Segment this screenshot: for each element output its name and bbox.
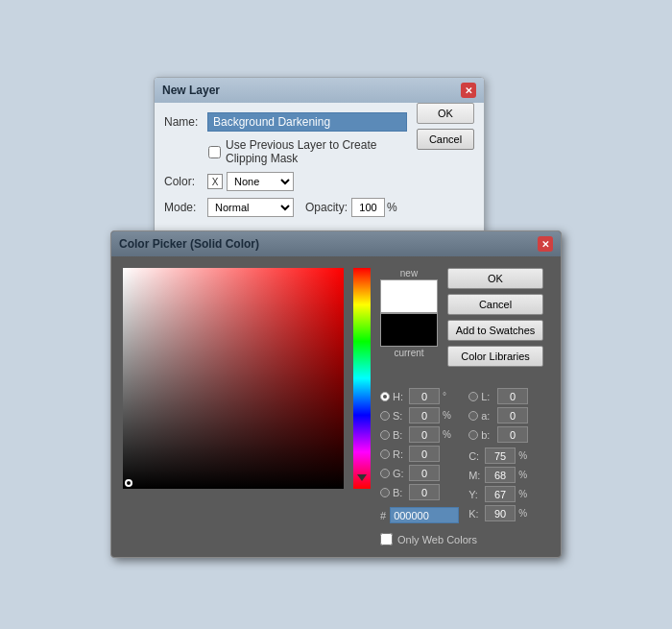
opacity-input[interactable]	[351, 198, 385, 217]
field-label-G: G:	[393, 468, 406, 479]
hex-hash: #	[380, 510, 386, 521]
color-libraries-button[interactable]: Color Libraries	[447, 346, 543, 367]
color-picker-title: Color Picker (Solid Color)	[119, 237, 259, 251]
mode-dropdown[interactable]: Normal	[207, 198, 294, 217]
field-label-S: S:	[393, 410, 406, 422]
field-input-R[interactable]	[409, 446, 440, 462]
new-layer-ok-button[interactable]: OK	[417, 103, 474, 124]
field-unit-S: %	[443, 410, 454, 421]
field-input-H[interactable]	[409, 388, 440, 404]
cp-fields-right: L: a: b:	[468, 388, 528, 523]
radio-L[interactable]	[468, 392, 478, 401]
field-input-L[interactable]	[497, 388, 528, 404]
hue-arrow	[357, 474, 367, 481]
color-row: Color: X None	[164, 172, 407, 191]
color-picker-dialog: Color Picker (Solid Color) ✕ new	[110, 230, 562, 558]
cmyk-input-Y[interactable]	[485, 486, 516, 502]
cmyk-label-Y: Y:	[468, 489, 482, 500]
radio-B[interactable]	[380, 430, 390, 440]
cmyk-unit-C: %	[518, 450, 527, 461]
mode-row: Mode: Normal Opacity: %	[164, 198, 407, 217]
name-input[interactable]	[207, 112, 407, 132]
mode-label: Mode:	[164, 201, 207, 214]
field-row-H: H: °	[380, 388, 459, 404]
radio-a[interactable]	[468, 411, 478, 421]
radio-R[interactable]	[380, 449, 390, 459]
color-label: Color:	[164, 175, 207, 188]
only-web-colors-row: Only Web Colors	[380, 533, 549, 545]
cmyk-unit-Y: %	[518, 489, 527, 499]
field-row-L: L:	[468, 388, 528, 404]
field-label-b: b:	[481, 429, 494, 441]
color-picker-close-button[interactable]: ✕	[538, 236, 553, 252]
color-dropdown[interactable]: None	[227, 172, 294, 191]
cmyk-label-M: M:	[468, 470, 482, 481]
field-input-Blue[interactable]	[409, 484, 440, 500]
new-layer-dialog: New Layer ✕ Name: Use Previous Layer to …	[154, 77, 485, 234]
field-row-G: G:	[380, 465, 459, 481]
field-row-R: R:	[380, 446, 459, 462]
new-layer-cancel-button[interactable]: Cancel	[417, 129, 474, 150]
preview-current-label: current	[394, 348, 423, 358]
clipping-mask-label: Use Previous Layer to Create Clipping Ma…	[226, 138, 407, 165]
cmyk-row-K: K: %	[468, 505, 528, 521]
name-label: Name:	[164, 115, 207, 129]
cmyk-row-Y: Y: %	[468, 486, 528, 502]
radio-Blue[interactable]	[380, 488, 390, 497]
field-row-S: S: %	[380, 407, 459, 423]
color-x-symbol: X	[212, 177, 219, 187]
gradient-cursor	[125, 479, 132, 487]
cmyk-input-M[interactable]	[485, 467, 516, 483]
color-select: X None	[207, 172, 294, 191]
field-label-Blue: B:	[393, 487, 406, 498]
cmyk-unit-M: %	[518, 470, 527, 480]
field-label-R: R:	[393, 448, 406, 460]
hex-input[interactable]	[390, 507, 459, 523]
cmyk-input-K[interactable]	[485, 505, 516, 521]
radio-H[interactable]	[380, 392, 390, 401]
field-input-a[interactable]	[497, 407, 528, 423]
field-row-B: B: %	[380, 426, 459, 443]
radio-S[interactable]	[380, 411, 390, 421]
hex-row: #	[380, 507, 459, 523]
field-input-S[interactable]	[409, 407, 440, 423]
hue-slider[interactable]	[353, 268, 371, 489]
cp-cmyk-fields: C: % M: % Y:	[468, 448, 528, 521]
cp-fields-area: H: ° S: % B:	[380, 388, 549, 523]
cp-right-top: new current OK Cancel Add to Swatches Co…	[380, 268, 549, 375]
field-unit-H: °	[443, 391, 454, 401]
add-to-swatches-button[interactable]: Add to Swatches	[447, 320, 543, 341]
field-label-a: a:	[481, 410, 494, 422]
new-layer-main: Name: Use Previous Layer to Create Clipp…	[164, 112, 407, 217]
new-layer-title: New Layer	[162, 84, 220, 97]
field-input-b[interactable]	[497, 426, 528, 443]
cmyk-row-M: M: %	[468, 467, 528, 483]
preview-current-box	[380, 313, 438, 347]
preview-new-box	[380, 279, 438, 313]
radio-G[interactable]	[380, 469, 390, 478]
new-layer-close-button[interactable]: ✕	[461, 83, 476, 98]
clipping-mask-checkbox[interactable]	[208, 146, 221, 158]
color-picker-buttons: OK Cancel Add to Swatches Color Librarie…	[447, 268, 543, 367]
color-picker-ok-button[interactable]: OK	[447, 268, 543, 289]
cmyk-label-K: K:	[468, 508, 482, 520]
name-row: Name:	[164, 112, 407, 132]
color-picker-cancel-button[interactable]: Cancel	[447, 294, 543, 315]
new-layer-titlebar: New Layer ✕	[155, 78, 484, 103]
color-gradient-box[interactable]	[123, 268, 344, 489]
field-input-G[interactable]	[409, 465, 440, 481]
cmyk-input-C[interactable]	[485, 448, 516, 464]
preview-new-label: new	[400, 268, 418, 278]
field-row-b: b:	[468, 426, 528, 443]
field-row-Blue: B:	[380, 484, 459, 500]
field-unit-B: %	[443, 429, 454, 440]
radio-b[interactable]	[468, 430, 478, 440]
opacity-label: Opacity:	[305, 201, 348, 214]
new-layer-buttons: OK Cancel	[417, 103, 474, 150]
field-input-B[interactable]	[409, 426, 440, 443]
field-label-L: L:	[481, 391, 494, 402]
clipping-mask-row: Use Previous Layer to Create Clipping Ma…	[208, 138, 407, 165]
opacity-unit: %	[387, 201, 397, 214]
only-web-colors-checkbox[interactable]	[380, 533, 393, 545]
preview-stack	[380, 279, 438, 347]
